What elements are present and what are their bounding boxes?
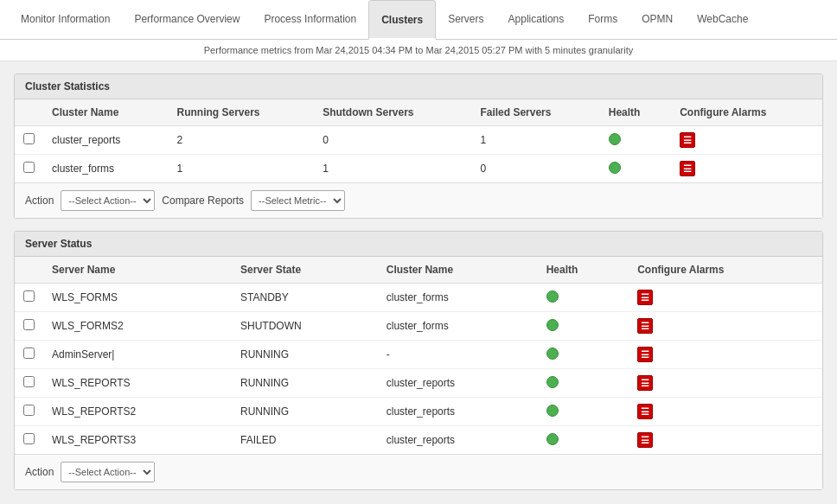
cluster-row-failed: 0 bbox=[471, 155, 599, 183]
cluster-action-label: Action bbox=[25, 195, 54, 207]
server-col-alarms: Configure Alarms bbox=[629, 257, 822, 284]
cluster-row-failed: 1 bbox=[471, 126, 599, 155]
nav-item-webcache[interactable]: WebCache bbox=[685, 0, 760, 40]
server-table: Server Name Server State Cluster Name He… bbox=[15, 257, 822, 454]
server-row-cluster: cluster_forms bbox=[378, 312, 538, 341]
server-row-checkbox[interactable] bbox=[15, 341, 43, 369]
server-row-alarms: ☰ bbox=[629, 398, 822, 426]
main-content: Cluster Statistics Cluster Name Running … bbox=[0, 61, 837, 502]
cluster-table-row: cluster_reports 2 0 1 ☰ bbox=[15, 126, 822, 155]
server-row-health bbox=[538, 312, 629, 341]
cluster-statistics-panel: Cluster Statistics Cluster Name Running … bbox=[14, 73, 823, 219]
cluster-col-failed: Failed Servers bbox=[471, 99, 599, 126]
alarm-configure-icon[interactable]: ☰ bbox=[637, 290, 653, 305]
cluster-col-alarms: Configure Alarms bbox=[671, 99, 822, 126]
server-row-alarms: ☰ bbox=[629, 341, 822, 369]
cluster-row-checkbox[interactable] bbox=[15, 126, 43, 155]
cluster-row-name: cluster_reports bbox=[43, 126, 168, 155]
server-row-state: STANDBY bbox=[232, 284, 378, 312]
cluster-col-shutdown: Shutdown Servers bbox=[314, 99, 471, 126]
alarm-configure-icon[interactable]: ☰ bbox=[637, 432, 653, 448]
server-row-cluster: cluster_reports bbox=[378, 426, 538, 455]
alarm-configure-icon[interactable]: ☰ bbox=[680, 161, 695, 176]
server-row-name: WLS_FORMS2 bbox=[43, 312, 232, 341]
cluster-compare-label: Compare Reports bbox=[162, 195, 244, 207]
cluster-row-running: 1 bbox=[168, 155, 314, 183]
server-table-row: AdminServer| RUNNING - ☰ bbox=[15, 341, 822, 369]
server-col-name: Server Name bbox=[43, 257, 232, 284]
server-row-state: RUNNING bbox=[232, 369, 378, 398]
nav-item-applications[interactable]: Applications bbox=[496, 0, 577, 40]
server-row-health bbox=[538, 341, 629, 369]
nav-item-performance-overview[interactable]: Performance Overview bbox=[122, 0, 252, 40]
server-col-checkbox bbox=[15, 257, 43, 284]
server-row-checkbox[interactable] bbox=[15, 369, 43, 398]
cluster-row-shutdown: 0 bbox=[314, 126, 471, 155]
cluster-row-alarms: ☰ bbox=[671, 155, 822, 183]
server-row-checkbox[interactable] bbox=[15, 284, 43, 312]
server-row-checkbox[interactable] bbox=[15, 398, 43, 426]
nav-item-monitor-information[interactable]: Monitor Information bbox=[9, 0, 122, 40]
subtitle-text: Performance metrics from Mar 24,2015 04:… bbox=[204, 45, 633, 55]
alarm-configure-icon[interactable]: ☰ bbox=[680, 132, 695, 148]
server-row-name: AdminServer| bbox=[43, 341, 232, 369]
cluster-action-select[interactable]: --Select Action-- bbox=[61, 190, 155, 211]
health-indicator bbox=[546, 376, 559, 388]
alarm-configure-icon[interactable]: ☰ bbox=[637, 318, 653, 334]
nav-item-forms[interactable]: Forms bbox=[576, 0, 629, 40]
server-row-cluster: cluster_reports bbox=[378, 398, 538, 426]
server-row-checkbox[interactable] bbox=[15, 312, 43, 341]
health-indicator bbox=[546, 290, 559, 303]
server-panel-header: Server Status bbox=[15, 232, 822, 257]
cluster-row-running: 2 bbox=[168, 126, 314, 155]
cluster-row-shutdown: 1 bbox=[314, 155, 471, 183]
server-row-health bbox=[538, 426, 629, 455]
server-action-bar: Action --Select Action-- bbox=[15, 454, 822, 489]
cluster-panel-header: Cluster Statistics bbox=[15, 74, 822, 99]
cluster-panel-body: Cluster Name Running Servers Shutdown Se… bbox=[15, 99, 822, 218]
nav-item-clusters[interactable]: Clusters bbox=[368, 0, 436, 40]
server-col-health: Health bbox=[538, 257, 629, 284]
server-table-row: WLS_FORMS2 SHUTDOWN cluster_forms ☰ bbox=[15, 312, 822, 341]
alarm-configure-icon[interactable]: ☰ bbox=[637, 375, 653, 391]
cluster-row-checkbox[interactable] bbox=[15, 155, 43, 183]
cluster-col-running: Running Servers bbox=[168, 99, 314, 126]
cluster-metric-select[interactable]: --Select Metric-- bbox=[251, 190, 345, 211]
server-action-select[interactable]: --Select Action-- bbox=[61, 462, 155, 482]
cluster-action-bar: Action --Select Action-- Compare Reports… bbox=[15, 182, 822, 218]
server-panel-body: Server Name Server State Cluster Name He… bbox=[15, 257, 822, 489]
server-table-row: WLS_REPORTS2 RUNNING cluster_reports ☰ bbox=[15, 398, 822, 426]
cluster-col-checkbox bbox=[15, 99, 43, 126]
alarm-configure-icon[interactable]: ☰ bbox=[637, 347, 653, 362]
server-row-checkbox[interactable] bbox=[15, 426, 43, 455]
server-row-name: WLS_REPORTS3 bbox=[43, 426, 232, 455]
server-row-alarms: ☰ bbox=[629, 312, 822, 341]
server-row-alarms: ☰ bbox=[629, 369, 822, 398]
server-row-state: SHUTDOWN bbox=[232, 312, 378, 341]
cluster-row-health bbox=[600, 155, 671, 183]
nav-item-servers[interactable]: Servers bbox=[436, 0, 495, 40]
cluster-row-health bbox=[600, 126, 671, 155]
nav-item-opmn[interactable]: OPMN bbox=[629, 0, 685, 40]
cluster-table-row: cluster_forms 1 1 0 ☰ bbox=[15, 155, 822, 183]
server-row-state: RUNNING bbox=[232, 398, 378, 426]
server-table-row: WLS_REPORTS3 FAILED cluster_reports ☰ bbox=[15, 426, 822, 455]
health-indicator bbox=[546, 348, 559, 360]
cluster-row-alarms: ☰ bbox=[671, 126, 822, 155]
server-row-cluster: cluster_forms bbox=[378, 284, 538, 312]
server-row-name: WLS_REPORTS bbox=[43, 369, 232, 398]
server-row-name: WLS_REPORTS2 bbox=[43, 398, 232, 426]
server-row-cluster: cluster_reports bbox=[378, 369, 538, 398]
server-row-alarms: ☰ bbox=[629, 284, 822, 312]
navigation-bar: Monitor InformationPerformance OverviewP… bbox=[0, 0, 837, 40]
server-row-state: RUNNING bbox=[232, 341, 378, 369]
server-table-row: WLS_REPORTS RUNNING cluster_reports ☰ bbox=[15, 369, 822, 398]
server-col-cluster: Cluster Name bbox=[378, 257, 538, 284]
nav-item-process-information[interactable]: Process Information bbox=[252, 0, 368, 40]
health-indicator bbox=[609, 133, 621, 145]
server-status-panel: Server Status Server Name Server State C… bbox=[14, 231, 823, 490]
server-table-row: WLS_FORMS STANDBY cluster_forms ☰ bbox=[15, 284, 822, 312]
health-indicator bbox=[546, 319, 559, 331]
server-action-label: Action bbox=[25, 466, 54, 478]
alarm-configure-icon[interactable]: ☰ bbox=[637, 404, 653, 419]
